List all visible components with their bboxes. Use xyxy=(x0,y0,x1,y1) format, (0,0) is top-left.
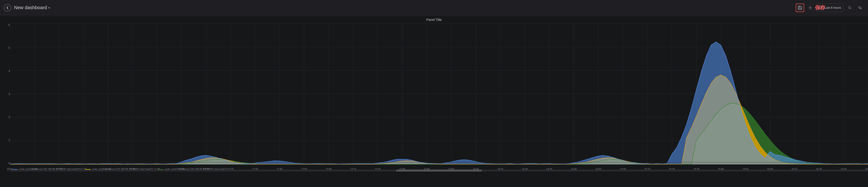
search-button[interactable] xyxy=(845,3,854,12)
dashboard-title[interactable]: New dashboard ▾ xyxy=(14,5,50,10)
dashboard-caret-icon: ▾ xyxy=(48,6,50,10)
back-button[interactable] xyxy=(4,4,11,11)
dashboard-title-text: New dashboard xyxy=(14,5,47,10)
y-label-0: 0 xyxy=(1,162,10,164)
y-label-1: 1 xyxy=(1,139,10,141)
svg-point-0 xyxy=(810,7,811,8)
panel-title: Panel Title xyxy=(0,16,868,23)
gear-icon xyxy=(808,5,812,10)
time-range-label: Last 6 hours xyxy=(824,6,841,9)
settings-button[interactable] xyxy=(806,3,814,12)
back-icon xyxy=(6,6,9,10)
y-axis: 0 1 2 3 4 5 6 xyxy=(0,24,10,164)
save-label: 保存 xyxy=(815,4,825,11)
scrollbar-thumb[interactable] xyxy=(396,169,482,171)
grid-lines xyxy=(10,24,868,164)
save-button[interactable] xyxy=(796,3,804,12)
scrollbar[interactable] xyxy=(10,169,868,171)
y-label-5: 5 xyxy=(1,47,10,49)
refresh-icon xyxy=(858,6,862,10)
header: New dashboard ▾ 保存 Last 6 hours xyxy=(0,0,868,16)
legend: node_load1{instance="192.168.98.202:9100… xyxy=(10,162,868,176)
search-icon xyxy=(848,6,851,10)
refresh-button[interactable] xyxy=(856,3,864,12)
svg-point-2 xyxy=(848,6,850,8)
y-label-3: 3 xyxy=(1,92,10,96)
chart-canvas xyxy=(10,24,868,164)
chart-container: 0 1 2 3 4 5 6 10:5011:0011:1011:2011:301… xyxy=(0,24,868,176)
y-label-2: 2 xyxy=(1,115,10,118)
header-toolbar: 保存 Last 6 hours xyxy=(796,3,864,12)
y-label-4: 4 xyxy=(1,70,10,72)
chart-area: Panel Title 0 1 2 3 4 5 6 10:5011:0011:1… xyxy=(0,16,868,187)
y-label-6: 6 xyxy=(1,24,10,26)
save-icon xyxy=(798,5,802,10)
